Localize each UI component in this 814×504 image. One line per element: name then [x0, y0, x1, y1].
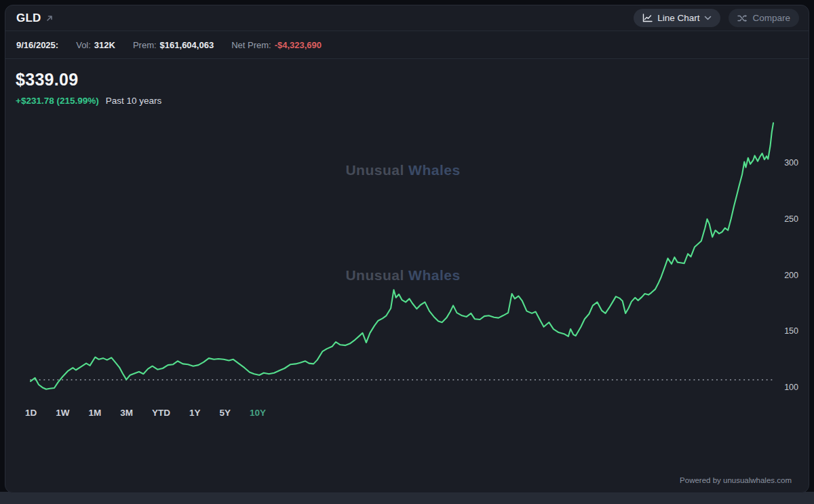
- line-chart-icon: [642, 14, 653, 22]
- range-button-1y[interactable]: 1Y: [189, 405, 201, 421]
- page-background-strip: [0, 492, 814, 504]
- net-premium-stat: Net Prem: -$4,323,690: [231, 40, 322, 50]
- range-button-1w[interactable]: 1W: [56, 405, 69, 421]
- price-change: +$231.78 (215.99%): [16, 96, 99, 106]
- info-date: 9/16/2025:: [16, 40, 58, 50]
- volume-stat: Vol: 312K: [76, 40, 115, 50]
- y-axis-tick-250: 250: [784, 214, 798, 224]
- y-axis-tick-150: 150: [784, 326, 798, 336]
- range-button-10y[interactable]: 10Y: [250, 405, 266, 421]
- compare-label: Compare: [752, 13, 790, 23]
- current-price: $339.09: [16, 70, 161, 90]
- price-block: $339.09 +$231.78 (215.99%) Past 10 years: [16, 70, 161, 106]
- premium-stat: Prem: $161,604,063: [133, 40, 214, 50]
- powered-by-label: Powered by unusualwhales.com: [680, 476, 792, 484]
- period-label: Past 10 years: [106, 96, 162, 106]
- chart-type-button[interactable]: Line Chart: [634, 9, 720, 27]
- range-button-5y[interactable]: 5Y: [220, 405, 231, 421]
- info-bar: 9/16/2025: Vol: 312K Prem: $161,604,063 …: [5, 31, 809, 59]
- chevron-down-icon: [704, 16, 712, 20]
- symbol-link[interactable]: GLD: [16, 12, 54, 25]
- symbol-title: GLD: [16, 12, 41, 25]
- compare-button[interactable]: Compare: [729, 9, 799, 27]
- header: GLD Line Chart Compare: [5, 5, 809, 31]
- external-link-arrow-icon: [45, 14, 54, 22]
- y-axis-tick-300: 300: [784, 158, 798, 168]
- range-button-3m[interactable]: 3M: [120, 405, 133, 421]
- shuffle-icon: [737, 14, 748, 22]
- range-button-ytd[interactable]: YTD: [152, 405, 170, 421]
- range-button-1d[interactable]: 1D: [25, 405, 37, 421]
- range-button-1m[interactable]: 1M: [89, 405, 102, 421]
- y-axis-tick-100: 100: [784, 383, 798, 392]
- range-selector: 1D1W1M3MYTD1Y5Y10Y: [25, 405, 266, 421]
- y-axis-tick-200: 200: [784, 271, 798, 280]
- chart-type-label: Line Chart: [657, 13, 699, 23]
